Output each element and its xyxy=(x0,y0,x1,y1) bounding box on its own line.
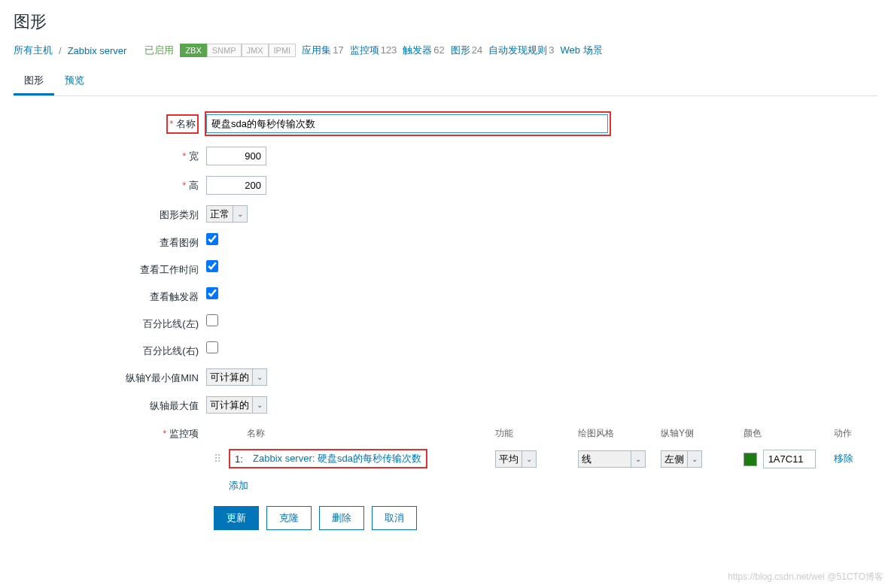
cancel-button[interactable]: 取消 xyxy=(372,506,417,530)
label-legend: 查看图例 xyxy=(14,233,206,250)
pct-left-checkbox[interactable] xyxy=(206,314,218,326)
chevron-down-icon: ⌄ xyxy=(631,450,646,468)
head-color: 颜色 xyxy=(744,427,834,440)
label-type: 图形类别 xyxy=(14,205,206,222)
ymax-select[interactable]: 可计算的 xyxy=(206,396,252,414)
width-input[interactable] xyxy=(206,147,266,165)
drag-handle-icon[interactable]: ⠿ xyxy=(214,453,221,465)
update-button[interactable]: 更新 xyxy=(214,506,259,530)
label-ymin: 纵轴Y最小值MIN xyxy=(14,368,206,385)
label-worktime: 查看工作时间 xyxy=(14,260,206,277)
breadcrumb: 所有主机 / Zabbix server 已启用 ZBX SNMP JMX IP… xyxy=(14,44,877,57)
type-select[interactable]: 正常 xyxy=(206,205,233,223)
chevron-down-icon: ⌄ xyxy=(233,205,248,223)
delete-button[interactable]: 删除 xyxy=(319,506,364,530)
link-items[interactable]: 监控项 xyxy=(350,44,379,56)
head-name: 名称 xyxy=(247,427,495,440)
badge-group: ZBX SNMP JMX IPMI xyxy=(180,44,296,57)
name-input[interactable] xyxy=(206,114,608,133)
chevron-down-icon: ⌄ xyxy=(252,368,267,386)
tabs: 图形 预览 xyxy=(14,68,877,96)
clone-button[interactable]: 克隆 xyxy=(266,506,312,530)
label-ymax: 纵轴最大值 xyxy=(14,396,206,413)
head-action: 动作 xyxy=(834,427,871,440)
head-func: 功能 xyxy=(495,427,578,440)
item-yside-select[interactable]: 左侧 xyxy=(661,450,687,468)
label-name: 名称 xyxy=(169,118,196,129)
breadcrumb-server[interactable]: Zabbix server xyxy=(68,45,127,56)
badge-ipmi: IPMI xyxy=(269,44,296,57)
count-apps: 17 xyxy=(333,44,343,56)
item-name-link[interactable]: Zabbix server: 硬盘sda的每秒传输次数 xyxy=(253,452,421,465)
tab-preview[interactable]: 预览 xyxy=(54,68,95,95)
tab-graph[interactable]: 图形 xyxy=(14,68,54,95)
count-triggers: 62 xyxy=(433,44,444,56)
count-graphs: 24 xyxy=(472,44,482,56)
badge-snmp: SNMP xyxy=(207,44,242,57)
remove-link[interactable]: 移除 xyxy=(834,453,853,464)
link-graphs[interactable]: 图形 xyxy=(451,44,470,56)
chevron-down-icon: ⌄ xyxy=(687,450,702,468)
add-item-link[interactable]: 添加 xyxy=(229,479,248,493)
link-apps[interactable]: 应用集 xyxy=(302,44,331,56)
page-title: 图形 xyxy=(14,11,877,33)
count-items: 123 xyxy=(381,44,397,56)
label-width: 宽 xyxy=(14,147,206,163)
label-pct-left: 百分比线(左) xyxy=(14,314,206,331)
item-row: ⠿ 1: Zabbix server: 硬盘sda的每秒传输次数 平均⌄ 线⌄ … xyxy=(214,446,871,471)
label-items: 监控项 xyxy=(14,424,206,441)
chevron-down-icon: ⌄ xyxy=(252,396,267,414)
badge-zbx: ZBX xyxy=(180,44,206,57)
link-triggers[interactable]: 触发器 xyxy=(403,44,432,56)
color-input[interactable] xyxy=(763,450,816,468)
items-header: 名称 功能 绘图风格 纵轴Y侧 颜色 动作 xyxy=(214,424,871,446)
head-style: 绘图风格 xyxy=(578,427,661,440)
height-input[interactable] xyxy=(206,176,266,195)
label-height: 高 xyxy=(14,176,206,192)
breadcrumb-all-hosts[interactable]: 所有主机 xyxy=(14,44,53,57)
count-discovery: 3 xyxy=(549,44,554,56)
link-discovery[interactable]: 自动发现规则 xyxy=(488,44,547,56)
head-yside: 纵轴Y侧 xyxy=(661,427,744,440)
legend-checkbox[interactable] xyxy=(206,233,218,245)
link-web[interactable]: Web 场景 xyxy=(561,44,603,57)
item-func-select[interactable]: 平均 xyxy=(495,450,522,468)
chevron-down-icon: ⌄ xyxy=(522,450,537,468)
worktime-checkbox[interactable] xyxy=(206,260,218,272)
label-pct-right: 百分比线(右) xyxy=(14,341,206,358)
badge-jmx: JMX xyxy=(242,44,269,57)
label-triggers: 查看触发器 xyxy=(14,287,206,304)
status-enabled: 已启用 xyxy=(144,44,174,57)
item-style-select[interactable]: 线 xyxy=(578,450,631,468)
breadcrumb-sep: / xyxy=(59,45,62,56)
item-num: 1: xyxy=(235,453,253,465)
triggers-checkbox[interactable] xyxy=(206,287,218,299)
ymin-select[interactable]: 可计算的 xyxy=(206,368,252,386)
color-swatch[interactable] xyxy=(744,453,757,466)
pct-right-checkbox[interactable] xyxy=(206,341,218,353)
